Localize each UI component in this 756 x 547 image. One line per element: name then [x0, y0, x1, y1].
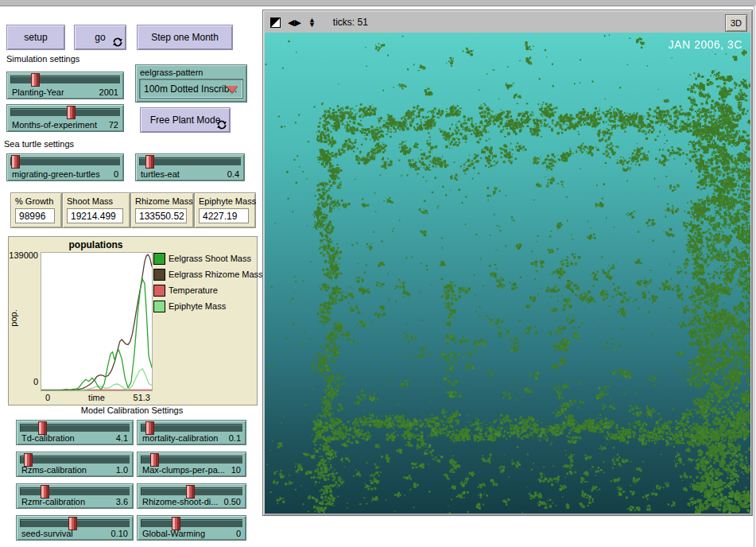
plot-canvas: [41, 252, 153, 391]
step-one-month-label: Step one Month: [151, 32, 219, 43]
slider-turtles-eat[interactable]: turtles-eat0.4: [135, 153, 245, 181]
legend-label: Eelgrass Shoot Mass: [169, 254, 251, 263]
monitor-value: 98996: [15, 208, 55, 223]
slider-track[interactable]: [141, 424, 242, 432]
slider-value: 10: [231, 465, 241, 475]
monitor-label: Epiphyte Mass: [199, 196, 256, 206]
sea-turtle-settings-heading: Sea turtle settings: [4, 139, 74, 149]
slider-rzmr-calibration[interactable]: Rzmr-calibration3.6: [16, 483, 134, 509]
view-header-bar: ◀▶ ▲▼ ticks: 51 3D: [265, 12, 750, 33]
ticks-counter: ticks: 51: [333, 17, 368, 28]
slider-label: mortality-calibration: [142, 433, 218, 443]
free-plant-mode-label: Free Plant Mode: [150, 114, 221, 126]
legend-item: Epiphyte Mass: [153, 298, 263, 314]
legend-swatch-shoot-mass: [153, 253, 165, 265]
slider-track[interactable]: [20, 456, 130, 464]
legend-label: Temperature: [169, 285, 218, 295]
slider-months-of-experiment[interactable]: Months-of-experiment72: [6, 104, 124, 132]
slider-label: seed-survival: [21, 529, 73, 538]
monitor-value: 19214.499: [67, 208, 123, 223]
slider-value: 72: [109, 120, 118, 130]
slider-mortality-calibration[interactable]: mortality-calibration0.1: [137, 420, 246, 445]
simulation-settings-heading: Simulation settings: [6, 54, 79, 64]
slider-track[interactable]: [10, 108, 120, 116]
chooser-value: 100m Dotted Inscrib...: [144, 83, 237, 95]
slider-value: 3.6: [116, 497, 128, 506]
eelgrass-pattern-chooser[interactable]: eelgrass-pattern 100m Dotted Inscrib...: [135, 64, 247, 103]
slider-label: Months-of-experiment: [12, 120, 97, 130]
setup-button-label: setup: [24, 32, 47, 43]
world-canvas[interactable]: [265, 33, 750, 514]
legend-swatch-rhizome-mass: [153, 269, 165, 281]
chooser-label: eelgrass-pattern: [140, 68, 204, 77]
slider-global-warming[interactable]: Global-Warming0: [137, 515, 246, 541]
monitor-value: 133550.52: [135, 208, 187, 223]
slider-seed-survival[interactable]: seed-survival0.10: [16, 515, 134, 541]
go-button[interactable]: go: [74, 25, 126, 50]
window-top-strip: [0, 0, 756, 6]
slider-track[interactable]: [139, 157, 241, 165]
slider-value: 0: [236, 529, 241, 538]
slider-value: 0.4: [227, 169, 239, 179]
slider-value: 0.10: [111, 529, 128, 538]
monitor-percent-growth: % Growth 98996: [10, 192, 62, 228]
slider-track[interactable]: [10, 157, 120, 165]
slider-handle[interactable]: [11, 155, 20, 169]
slider-label: Planting-Year: [12, 87, 64, 97]
slider-handle[interactable]: [145, 155, 154, 169]
world-view-widget: ◀▶ ▲▼ ticks: 51 3D JAN 2006, 3C: [262, 10, 753, 516]
slider-value: 0.50: [224, 497, 241, 506]
slider-label: migrating-green-turtles: [12, 169, 100, 179]
legend-label: Eelgrass Rhizome Mass: [169, 270, 263, 279]
vertical-arrows-icon[interactable]: ▲▼: [308, 17, 316, 27]
slider-track[interactable]: [20, 424, 130, 432]
view-size-icon[interactable]: [270, 17, 281, 28]
y-axis-max-label: 139000: [9, 250, 38, 260]
slider-max-clumps-per-patch[interactable]: Max-clumps-per-pa...10: [137, 452, 246, 477]
slider-rhizome-shoot-ratio[interactable]: Rhizome-shoot-di...0.50: [137, 483, 246, 509]
slider-label: Max-clumps-per-pa...: [142, 465, 225, 475]
date-temperature-overlay: JAN 2006, 3C: [669, 38, 742, 51]
slider-value: 4.1: [116, 433, 128, 443]
forever-loop-icon: [217, 120, 227, 130]
slider-track[interactable]: [141, 519, 242, 527]
slider-track[interactable]: [10, 76, 120, 83]
slider-track[interactable]: [20, 487, 130, 495]
horizontal-arrows-icon[interactable]: ◀▶: [288, 17, 301, 28]
3d-button[interactable]: 3D: [725, 14, 747, 32]
free-plant-mode-button[interactable]: Free Plant Mode: [140, 107, 231, 133]
slider-label: Rhizome-shoot-di...: [142, 497, 218, 506]
x-axis-max-label: 51.3: [134, 393, 150, 402]
slider-handle[interactable]: [67, 106, 76, 119]
setup-button[interactable]: setup: [6, 25, 65, 50]
world-view[interactable]: JAN 2006, 3C: [265, 33, 750, 514]
slider-label: Td-calibration: [21, 433, 75, 443]
plot-title: populations: [41, 239, 151, 250]
slider-label: Rzmr-calibration: [21, 497, 85, 506]
chooser-dropdown[interactable]: 100m Dotted Inscrib...: [139, 79, 243, 99]
model-calibration-heading: Model Calibration Settings: [8, 405, 256, 415]
monitor-label: Shoot Mass: [67, 196, 113, 206]
slider-planting-year[interactable]: Planting-Year2001: [6, 72, 124, 99]
slider-migrating-green-turtles[interactable]: migrating-green-turtles0: [6, 153, 124, 181]
slider-label: Global-Warming: [142, 529, 205, 538]
forever-loop-icon: [113, 37, 122, 47]
monitor-value: 4227.19: [199, 208, 249, 223]
go-button-label: go: [95, 32, 105, 43]
monitor-epiphyte-mass: Epiphyte Mass 4227.19: [194, 192, 256, 228]
slider-value: 1.0: [116, 465, 128, 475]
slider-handle[interactable]: [31, 73, 40, 87]
step-one-month-button[interactable]: Step one Month: [137, 25, 233, 50]
plot-lines: [41, 253, 152, 390]
plot-legend: Eelgrass Shoot Mass Eelgrass Rhizome Mas…: [153, 250, 263, 314]
legend-item: Temperature: [153, 282, 263, 298]
slider-label: turtles-eat: [141, 169, 180, 179]
y-axis-title: pop.: [9, 294, 18, 342]
monitor-label: Rhizome Mass: [135, 196, 193, 206]
slider-rzms-calibration[interactable]: Rzms-calibration1.0: [16, 452, 134, 477]
slider-td-calibration[interactable]: Td-calibration4.1: [16, 420, 134, 445]
monitor-shoot-mass: Shoot Mass 19214.499: [62, 192, 130, 228]
monitor-rhizome-mass: Rhizome Mass 133550.52: [130, 192, 194, 228]
legend-label: Epiphyte Mass: [169, 301, 226, 311]
y-axis-min-label: 0: [9, 377, 38, 386]
